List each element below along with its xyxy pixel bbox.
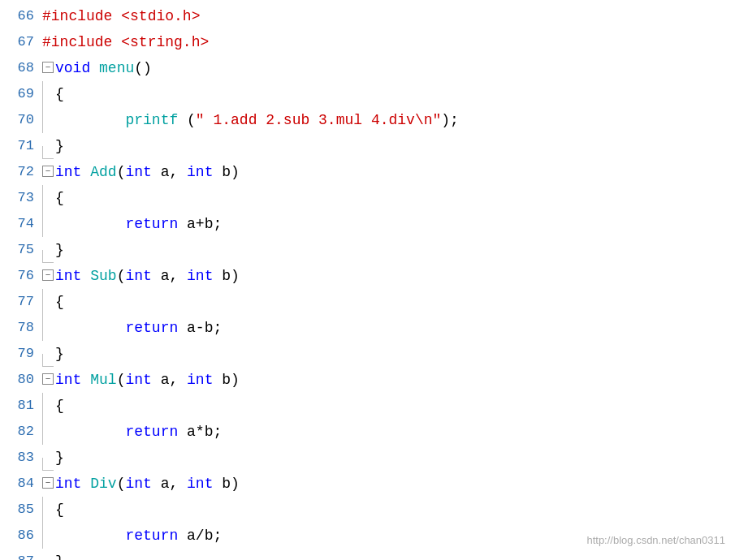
code-line: #include <string.h>: [42, 29, 735, 55]
code-line: −void menu(): [42, 55, 735, 81]
token-normal: [90, 55, 99, 81]
token-kw-blue: void: [55, 55, 90, 81]
token-normal: }: [55, 549, 64, 560]
token-str-red: " 1.add 2.sub 3.mul 4.div\n": [196, 107, 441, 133]
token-normal: a+b;: [178, 211, 222, 237]
line-number: 73: [0, 185, 34, 211]
token-normal: [81, 367, 90, 393]
token-normal: a/b;: [178, 523, 222, 549]
line-number: 75: [0, 237, 34, 263]
indent-bar: [42, 185, 54, 211]
indent-bar: [42, 289, 54, 315]
line-number: 81: [0, 393, 34, 419]
token-normal: }: [55, 133, 64, 159]
code-line: return a*b;: [42, 419, 735, 445]
code-line: printf (" 1.add 2.sub 3.mul 4.div\n");: [42, 107, 735, 133]
collapse-icon[interactable]: −: [42, 62, 54, 73]
token-normal: );: [441, 107, 459, 133]
code-line: −int Div(int a, int b): [42, 471, 735, 497]
token-normal: (: [117, 367, 126, 393]
line-number: 86: [0, 523, 34, 549]
line-number: 77: [0, 289, 34, 315]
line-number: 82: [0, 419, 34, 445]
token-normal: a-b;: [178, 315, 222, 341]
token-normal: [55, 211, 125, 237]
token-fn-blue: printf: [125, 107, 178, 133]
code-line: }: [42, 133, 735, 159]
token-normal: b): [213, 159, 239, 185]
corner-bar: [42, 250, 54, 263]
code-lines: #include <stdio.h>#include <string.h>−vo…: [39, 3, 735, 560]
corner-bar: [42, 146, 54, 159]
token-normal: [81, 263, 90, 289]
indent-bar: [42, 81, 54, 107]
code-line: #include <stdio.h>: [42, 3, 735, 29]
code-line: −int Mul(int a, int b): [42, 367, 735, 393]
token-kw-blue: int: [125, 471, 151, 497]
token-kw-blue: int: [187, 263, 213, 289]
indent-bar: [42, 497, 54, 523]
line-number: 67: [0, 29, 34, 55]
line-number: 66: [0, 3, 34, 29]
code-line: −int Sub(int a, int b): [42, 263, 735, 289]
token-normal: [112, 29, 121, 55]
watermark: http://blog.csdn.net/chan0311: [586, 528, 725, 554]
corner-bar: [42, 354, 54, 367]
line-number: 83: [0, 445, 34, 471]
token-normal: a,: [152, 263, 187, 289]
collapse-icon[interactable]: −: [42, 269, 54, 281]
token-normal: [55, 107, 125, 133]
token-normal: (: [117, 159, 126, 185]
token-normal: b): [213, 471, 239, 497]
line-numbers: 6667686970717273747576777879808182838485…: [0, 3, 39, 560]
token-normal: (): [134, 55, 152, 81]
code-line: −int Add(int a, int b): [42, 159, 735, 185]
token-normal: [55, 419, 125, 445]
collapse-icon[interactable]: −: [42, 166, 54, 177]
token-kw-blue: return: [125, 523, 178, 549]
token-fn-blue: Sub: [90, 263, 116, 289]
line-number: 72: [0, 159, 34, 185]
token-normal: a,: [152, 159, 187, 185]
token-normal: {: [55, 185, 64, 211]
line-number: 76: [0, 263, 34, 289]
token-normal: }: [55, 237, 64, 263]
token-normal: }: [55, 445, 64, 471]
corner-bar: [42, 458, 54, 471]
token-kw-blue: int: [55, 367, 81, 393]
token-normal: {: [55, 81, 64, 107]
token-normal: {: [55, 393, 64, 419]
indent-bar: [42, 107, 54, 133]
line-number: 85: [0, 497, 34, 523]
token-include-red: <stdio.h>: [121, 3, 200, 29]
token-kw-blue: int: [55, 263, 81, 289]
indent-bar: [42, 523, 54, 549]
line-number: 74: [0, 211, 34, 237]
line-number: 78: [0, 315, 34, 341]
indent-bar: [42, 315, 54, 341]
token-normal: [55, 315, 125, 341]
token-kw-blue: int: [55, 159, 81, 185]
code-line: }: [42, 445, 735, 471]
token-kw-blue: int: [187, 159, 213, 185]
token-normal: (: [178, 107, 196, 133]
token-normal: b): [213, 263, 239, 289]
line-number: 68: [0, 55, 34, 81]
code-line: return a-b;: [42, 315, 735, 341]
token-kw-red: #include: [42, 3, 112, 29]
line-number: 69: [0, 81, 34, 107]
token-normal: [81, 471, 90, 497]
token-fn-blue: Div: [90, 471, 116, 497]
collapse-icon[interactable]: −: [42, 477, 54, 489]
token-normal: [55, 523, 125, 549]
token-normal: (: [117, 471, 126, 497]
token-fn-blue: Add: [90, 159, 116, 185]
line-number: 80: [0, 367, 34, 393]
code-line: }: [42, 237, 735, 263]
line-number: 71: [0, 133, 34, 159]
token-normal: {: [55, 497, 64, 523]
token-kw-blue: int: [125, 263, 151, 289]
token-kw-blue: int: [125, 367, 151, 393]
token-kw-red: #include: [42, 29, 112, 55]
collapse-icon[interactable]: −: [42, 373, 54, 385]
